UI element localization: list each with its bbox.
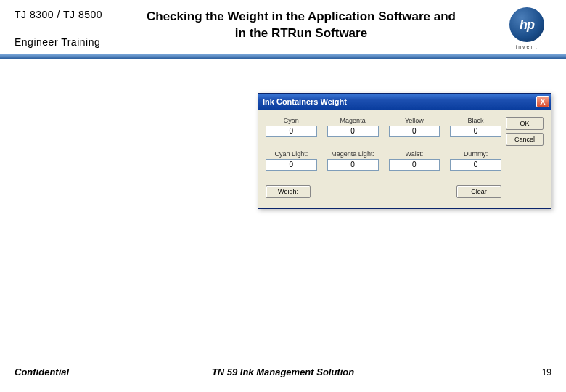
weigh-button[interactable]: Weigh: — [266, 185, 311, 198]
slide-header: TJ 8300 / TJ 8500 Engineer Training Chec… — [0, 0, 566, 57]
label-cyan-light: Cyan Light: — [266, 150, 317, 158]
page-number: 19 — [542, 367, 551, 377]
dialog-body: OK Cancel Cyan 0 Magenta 0 Yellow 0 Blac… — [258, 110, 551, 208]
field-black: Black 0 — [450, 117, 501, 137]
input-yellow[interactable]: 0 — [389, 126, 440, 137]
label-dummy: Dummy: — [450, 150, 501, 158]
input-black[interactable]: 0 — [450, 126, 501, 137]
dialog-side-buttons: OK Cancel — [506, 117, 544, 146]
header-divider — [0, 54, 566, 59]
dialog-bottom-buttons: Weigh: Clear — [266, 185, 544, 198]
ink-weight-dialog: Ink Containers Weight X OK Cancel Cyan 0… — [258, 93, 551, 209]
hp-logo-icon: hp — [509, 7, 544, 42]
hp-logo-tagline: invent — [501, 44, 553, 49]
input-cyan-light[interactable]: 0 — [266, 159, 317, 171]
ok-button[interactable]: OK — [506, 117, 544, 130]
cancel-button[interactable]: Cancel — [506, 133, 544, 146]
label-cyan: Cyan — [266, 117, 317, 124]
input-magenta-light[interactable]: 0 — [327, 159, 379, 171]
field-magenta-light: Magenta Light: 0 — [327, 150, 379, 171]
footer-doc-title: TN 59 Ink Management Solution — [0, 367, 566, 377]
dialog-titlebar[interactable]: Ink Containers Weight X — [258, 94, 551, 110]
input-magenta[interactable]: 0 — [327, 126, 379, 137]
slide-title: Checking the Weight in the Application S… — [145, 9, 457, 42]
field-waist: Waist: 0 — [389, 150, 440, 171]
label-yellow: Yellow — [389, 117, 440, 124]
input-cyan[interactable]: 0 — [266, 126, 317, 137]
clear-button[interactable]: Clear — [456, 185, 501, 198]
hp-logo: hp invent — [501, 7, 553, 49]
fields-row-1: Cyan 0 Magenta 0 Yellow 0 Black 0 — [266, 117, 501, 137]
fields-row-2: Cyan Light: 0 Magenta Light: 0 Waist: 0 … — [266, 150, 501, 171]
input-waist[interactable]: 0 — [389, 159, 440, 171]
field-magenta: Magenta 0 — [327, 117, 379, 137]
close-icon[interactable]: X — [536, 96, 549, 107]
label-black: Black — [450, 117, 501, 124]
input-dummy[interactable]: 0 — [450, 159, 501, 171]
label-magenta-light: Magenta Light: — [327, 150, 379, 158]
label-magenta: Magenta — [327, 117, 379, 124]
field-dummy: Dummy: 0 — [450, 150, 501, 171]
field-cyan-light: Cyan Light: 0 — [266, 150, 317, 171]
fields-area: Cyan 0 Magenta 0 Yellow 0 Black 0 — [266, 117, 544, 171]
field-yellow: Yellow 0 — [389, 117, 440, 137]
dialog-title: Ink Containers Weight — [263, 97, 347, 106]
model-label: TJ 8300 / TJ 8500 — [15, 9, 102, 20]
subtitle-label: Engineer Training — [15, 36, 100, 48]
field-cyan: Cyan 0 — [266, 117, 317, 137]
label-waist: Waist: — [389, 150, 440, 158]
